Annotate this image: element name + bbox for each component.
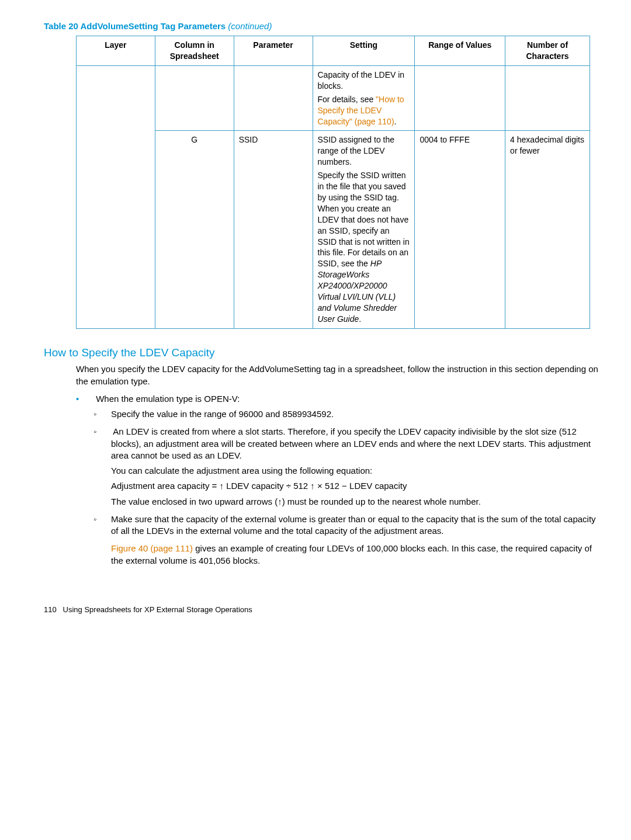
- cap-line2-post: .: [394, 117, 397, 126]
- ssid-para2: Specify the SSID written in the file tha…: [318, 170, 410, 324]
- sub3-text: Make sure that the capacity of the exter…: [111, 514, 596, 536]
- link-figure-40[interactable]: Figure 40 (page 111): [111, 543, 193, 553]
- cell-setting-ssid: SSID assigned to the range of the LDEV n…: [313, 131, 415, 328]
- table-caption-continued: (continued): [228, 21, 272, 31]
- cap-line2-pre: For details, see: [318, 95, 376, 104]
- list-item: Specify the value in the range of 96000 …: [93, 408, 599, 420]
- col-header-layer: Layer: [77, 36, 155, 66]
- page-footer: 110 Using Spreadsheets for XP External S…: [44, 605, 599, 615]
- intro-paragraph: When you specify the LDEV capacity for t…: [76, 363, 599, 387]
- calc-note: The value enclosed in two upward arrows …: [111, 496, 599, 508]
- cell-empty-param: [234, 66, 313, 131]
- ssid-para1: SSID assigned to the range of the LDEV n…: [318, 134, 410, 168]
- table-header-row: Layer Column in Spreadsheet Parameter Se…: [77, 36, 590, 66]
- list-item: An LDEV is created from where a slot sta…: [93, 426, 599, 508]
- table-row: Capacity of the LDEV in blocks. For deta…: [77, 66, 590, 131]
- table-caption: Table 20 AddVolumeSetting Tag Parameters…: [44, 20, 599, 32]
- calc-intro: You can calculate the adjustment area us…: [111, 465, 599, 477]
- list-item: Make sure that the capacity of the exter…: [93, 513, 599, 537]
- page-number: 110: [44, 605, 57, 614]
- calc-formula: Adjustment area capacity = ↑ LDEV capaci…: [111, 480, 599, 492]
- cell-setting-capacity: Capacity of the LDEV in blocks. For deta…: [313, 66, 415, 131]
- cell-empty-col: [155, 66, 234, 131]
- parameters-table: Layer Column in Spreadsheet Parameter Se…: [76, 36, 590, 328]
- figure-ref-para: Figure 40 (page 111) gives an example of…: [111, 543, 599, 567]
- cell-num-ssid: 4 hexadecimal digits or fewer: [505, 131, 590, 328]
- cell-empty-range: [415, 66, 505, 131]
- col-header-num: Number of Characters: [505, 36, 590, 66]
- ssid-guide-title: HP StorageWorks XP24000/XP20000 Virtual …: [318, 259, 397, 323]
- section-heading: How to Specify the LDEV Capacity: [44, 345, 599, 360]
- cap-line2: For details, see "How to Specify the LDE…: [318, 94, 410, 127]
- cell-param-ssid: SSID: [234, 131, 313, 328]
- sub1-text: Specify the value in the range of 96000 …: [111, 409, 334, 419]
- bullet1-text: When the emulation type is OPEN-V:: [96, 394, 240, 404]
- cell-empty-num: [505, 66, 590, 131]
- col-header-range: Range of Values: [415, 36, 505, 66]
- cell-range-ssid: 0004 to FFFE: [415, 131, 505, 328]
- col-header-column: Column in Spreadsheet: [155, 36, 234, 66]
- sub-list: Specify the value in the range of 96000 …: [93, 408, 599, 537]
- footer-title: Using Spreadsheets for XP External Stora…: [63, 605, 252, 614]
- cell-empty-layer: [77, 66, 155, 329]
- cap-line1: Capacity of the LDEV in blocks.: [318, 70, 410, 92]
- bullet-list: When the emulation type is OPEN-V: Speci…: [76, 393, 599, 567]
- ssid-para2a: Specify the SSID written in the file tha…: [318, 171, 410, 268]
- list-item: When the emulation type is OPEN-V: Speci…: [76, 393, 599, 567]
- table-caption-main: Table 20 AddVolumeSetting Tag Parameters: [44, 21, 228, 31]
- col-header-parameter: Parameter: [234, 36, 313, 66]
- sub2-text: An LDEV is created from where a slot sta…: [111, 426, 591, 460]
- cell-col-g: G: [155, 131, 234, 328]
- ssid-para2c: .: [359, 314, 361, 324]
- col-header-setting: Setting: [313, 36, 415, 66]
